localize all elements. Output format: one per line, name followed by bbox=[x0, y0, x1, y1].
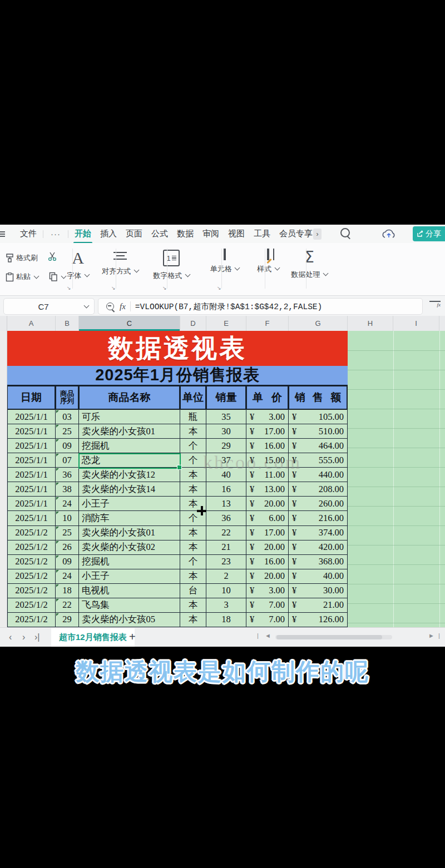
table-cell[interactable]: 瓶 bbox=[180, 410, 206, 424]
table-cell[interactable]: 飞鸟集 bbox=[79, 598, 180, 613]
menu-item-2[interactable]: ··· bbox=[45, 229, 66, 239]
dialog-launcher-icon[interactable]: ↘ bbox=[162, 285, 167, 291]
table-cell[interactable]: 36 bbox=[56, 468, 79, 482]
table-cell[interactable]: 本 bbox=[180, 482, 206, 497]
table-cell[interactable]: 本 bbox=[180, 598, 206, 613]
table-cell[interactable]: 卖火柴的小女孩01 bbox=[79, 526, 180, 540]
sheet-last-button[interactable]: ›| bbox=[34, 628, 39, 647]
table-cell[interactable]: 18 bbox=[206, 613, 246, 627]
table-cell[interactable]: 30 bbox=[206, 424, 246, 439]
table-cell[interactable]: ¥20.00 bbox=[246, 540, 289, 555]
table-column-header[interactable]: 日期 bbox=[7, 386, 56, 410]
table-cell[interactable]: 本 bbox=[180, 526, 206, 540]
table-cell[interactable]: ¥21.00 bbox=[289, 598, 348, 613]
table-cell[interactable]: 09 bbox=[56, 555, 79, 569]
table-cell[interactable]: 2025/1/2 bbox=[7, 555, 56, 569]
table-cell[interactable]: 23 bbox=[206, 555, 246, 569]
table-cell[interactable]: 38 bbox=[56, 482, 79, 497]
table-cell[interactable]: 2025/1/2 bbox=[7, 598, 56, 613]
table-column-header[interactable]: 销售额 bbox=[289, 386, 348, 410]
table-cell[interactable]: 挖掘机 bbox=[79, 555, 180, 569]
table-cell[interactable]: 2025/1/2 bbox=[7, 526, 56, 540]
ribbon-group-6[interactable]: Σ数据处理 bbox=[286, 250, 333, 280]
table-cell[interactable]: 10 bbox=[206, 584, 246, 598]
scroll-left-arrow[interactable]: ◄ bbox=[265, 632, 271, 639]
table-title-banner[interactable]: 数据透视表 bbox=[7, 331, 348, 366]
ribbon-group-4[interactable]: 单元格 bbox=[201, 250, 248, 274]
table-cell[interactable]: 卖火柴的小女孩01 bbox=[79, 424, 180, 439]
table-cell[interactable]: 2025/1/2 bbox=[7, 540, 56, 555]
table-cell[interactable]: 2025/1/1 bbox=[7, 410, 56, 424]
table-cell[interactable]: ¥3.00 bbox=[246, 410, 289, 424]
add-sheet-button[interactable]: + bbox=[129, 631, 136, 643]
table-cell[interactable]: 10 bbox=[56, 511, 79, 525]
column-header-I[interactable]: I bbox=[393, 316, 439, 331]
table-cell[interactable]: ¥510.00 bbox=[289, 424, 348, 439]
table-cell[interactable]: 台 bbox=[180, 584, 206, 598]
table-cell[interactable]: 03 bbox=[56, 410, 79, 424]
table-cell[interactable]: 2025/1/2 bbox=[7, 584, 56, 598]
table-cell[interactable]: ¥6.00 bbox=[246, 511, 289, 525]
table-cell[interactable]: 个 bbox=[180, 439, 206, 453]
table-cell[interactable]: ¥20.00 bbox=[246, 497, 289, 511]
table-cell[interactable]: 25 bbox=[56, 526, 79, 540]
dialog-launcher-icon[interactable]: ↘ bbox=[111, 285, 116, 291]
dialog-launcher-icon[interactable]: ↘ bbox=[67, 285, 71, 291]
column-header-H[interactable]: H bbox=[348, 316, 393, 331]
column-header-E[interactable]: E bbox=[206, 316, 246, 331]
table-cell[interactable]: ¥126.00 bbox=[289, 613, 348, 627]
sheet-prev-button[interactable]: ‹ bbox=[9, 628, 12, 647]
table-cell[interactable]: 消防车 bbox=[79, 511, 180, 525]
ribbon-group-3[interactable]: 1数字格式 bbox=[148, 250, 195, 281]
menu-overflow-button[interactable]: › bbox=[313, 229, 322, 240]
table-cell[interactable]: 小王子 bbox=[79, 569, 180, 584]
table-cell[interactable]: ¥105.00 bbox=[289, 410, 348, 424]
table-cell[interactable]: 35 bbox=[206, 410, 246, 424]
table-cell[interactable]: ¥208.00 bbox=[289, 482, 348, 497]
table-cell[interactable]: 18 bbox=[56, 584, 79, 598]
table-cell[interactable]: 卖火柴的小女孩14 bbox=[79, 482, 180, 497]
table-cell[interactable]: ¥464.00 bbox=[289, 439, 348, 453]
scrollbar-thumb[interactable] bbox=[276, 635, 382, 639]
table-cell[interactable]: ¥17.00 bbox=[246, 424, 289, 439]
table-cell[interactable]: 卖火柴的小女孩02 bbox=[79, 540, 180, 555]
menu-item-7[interactable]: 数据 bbox=[172, 229, 198, 239]
sheet-next-button[interactable]: › bbox=[22, 628, 25, 647]
table-cell[interactable]: 2025/1/1 bbox=[7, 468, 56, 482]
menu-item-5[interactable]: 页面 bbox=[121, 229, 147, 239]
table-cell[interactable]: ¥30.00 bbox=[289, 584, 348, 598]
table-cell[interactable]: 25 bbox=[56, 424, 79, 439]
menu-item-8[interactable]: 审阅 bbox=[198, 229, 224, 239]
table-cell[interactable]: 卖火柴的小女孩12 bbox=[79, 468, 180, 482]
table-cell[interactable]: 2025/1/1 bbox=[7, 439, 56, 453]
column-header-D[interactable]: D bbox=[180, 316, 206, 331]
table-cell[interactable]: 26 bbox=[56, 540, 79, 555]
zoom-out-icon[interactable] bbox=[106, 302, 114, 310]
column-header-F[interactable]: F bbox=[246, 316, 289, 331]
table-cell[interactable]: 3 bbox=[206, 598, 246, 613]
menu-item-11[interactable]: 会员专享 bbox=[275, 229, 313, 239]
table-column-header[interactable]: 销量 bbox=[206, 386, 246, 410]
table-cell[interactable]: 小王子 bbox=[79, 497, 180, 511]
menu-item-1[interactable]: 文件 bbox=[16, 229, 41, 239]
table-cell[interactable]: ¥368.00 bbox=[289, 555, 348, 569]
ribbon-group-1[interactable]: A字体 bbox=[55, 250, 101, 281]
scroll-right-arrow[interactable]: ► bbox=[428, 632, 434, 639]
fx-panel-icon[interactable]: fx bbox=[429, 301, 441, 311]
name-box[interactable]: C7 bbox=[3, 298, 95, 315]
table-cell[interactable]: 本 bbox=[180, 613, 206, 627]
table-cell[interactable]: 2025/1/1 bbox=[7, 511, 56, 525]
table-cell[interactable]: ¥16.00 bbox=[246, 439, 289, 453]
share-button[interactable]: 分享 bbox=[413, 226, 445, 241]
table-cell[interactable]: ¥16.00 bbox=[246, 555, 289, 569]
column-header-A[interactable]: A bbox=[7, 316, 56, 331]
paste-button[interactable]: 粘贴 bbox=[6, 272, 38, 282]
table-subtitle-banner[interactable]: 2025年1月份销售报表 bbox=[7, 366, 348, 386]
table-cell[interactable]: ¥216.00 bbox=[289, 511, 348, 525]
table-cell[interactable]: ¥260.00 bbox=[289, 497, 348, 511]
table-cell[interactable]: 2025/1/1 bbox=[7, 482, 56, 497]
table-column-header[interactable]: 单价 bbox=[246, 386, 289, 410]
column-header-B[interactable]: B bbox=[56, 316, 79, 331]
menu-item-9[interactable]: 视图 bbox=[224, 229, 249, 239]
menu-item-3[interactable]: 开始 bbox=[70, 229, 96, 239]
